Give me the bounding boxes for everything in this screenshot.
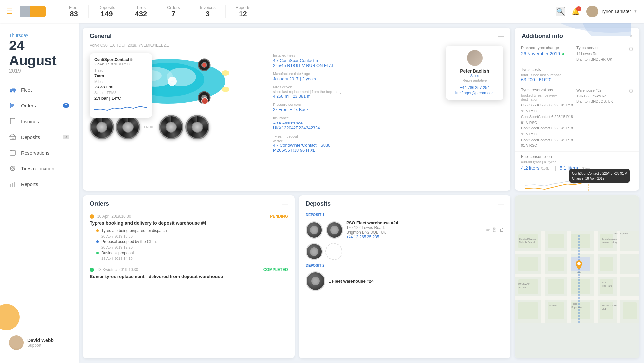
sidebar-reservations-label: Reservations — [21, 150, 50, 156]
company-logo — [20, 6, 46, 17]
user-info[interactable]: Tyrion Lanister ▼ — [586, 6, 637, 17]
orders-menu-btn[interactable]: — — [282, 201, 288, 207]
svg-text:Cardinal Newman: Cardinal Newman — [519, 238, 537, 240]
sidebar-tires-relocation-label: Tires relocation — [21, 166, 54, 171]
svg-text:Superstore: Superstore — [571, 306, 582, 309]
sidebar-invoices-label: Invoices — [21, 119, 39, 124]
deposits-header: Deposits — — [299, 195, 510, 211]
tires-bottom-row: FRONT — [83, 114, 266, 142]
sensor-value: 2.4 bar | 14°C — [94, 96, 147, 101]
deposit-1-placeholder-row — [299, 242, 510, 261]
person-popup: Peter Baelish Sales Representative +44 7… — [446, 46, 503, 100]
deposit1-label: DEPOSIT 1 — [299, 211, 510, 218]
svg-rect-10 — [10, 118, 15, 124]
service-gear-icon[interactable]: ⚙ — [628, 46, 634, 53]
deposit-tire-1c — [306, 243, 323, 260]
svg-point-48 — [202, 63, 206, 67]
sidebar-item-deposits[interactable]: Deposits 3 — [0, 129, 79, 145]
svg-rect-72 — [515, 274, 639, 277]
order-2-title: Sumer tyres replacement - delivered from… — [90, 274, 288, 279]
nav-item-orders[interactable]: Orders 7 — [157, 5, 190, 18]
svg-rect-79 — [548, 257, 564, 271]
reservations-gear-icon[interactable]: ⚙ — [628, 88, 634, 95]
order-1-header: 20 April 2019,16:30 PENDING — [90, 214, 288, 219]
svg-text:Sussex Cricket: Sussex Cricket — [602, 304, 617, 307]
tire-info-popup: ContiSportContact 5 225/45 R18 91 V RSC … — [90, 53, 152, 118]
insurance-row: Insurance AXA Assistance UKX132042E23434… — [273, 116, 504, 130]
notification-button[interactable]: 🔔 1 — [572, 8, 580, 15]
invoices-icon — [9, 118, 16, 125]
svg-rect-27 — [10, 184, 11, 187]
tire-front-right[interactable] — [116, 115, 140, 139]
nav-item-invoices[interactable]: Invoices 3 — [190, 5, 226, 18]
svg-text:Tesco: Tesco — [571, 303, 577, 305]
svg-rect-71 — [515, 251, 639, 254]
tire-rear-left[interactable] — [159, 115, 183, 139]
map-container[interactable]: Cardinal Newman Catholic School Booth Mu… — [515, 195, 639, 358]
deposit-tire-1a — [306, 221, 323, 239]
order-step-3: Business proposal — [96, 251, 288, 255]
menu-icon[interactable]: ☰ — [7, 7, 13, 16]
sidebar-item-tires-relocation[interactable]: Tires relocation — [0, 161, 79, 176]
svg-point-51 — [202, 98, 208, 104]
svg-text:Booth Museum: Booth Museum — [602, 238, 617, 240]
order-step-2: Proposal accepted by the Client — [96, 239, 288, 244]
sidebar-user-details: David Webb Support — [27, 338, 54, 348]
step-3-date: 19 April 2019,14:16 — [96, 257, 288, 260]
search-button[interactable]: 🔍 — [556, 7, 565, 16]
svg-text:Natural History: Natural History — [602, 241, 617, 244]
sidebar-user-avatar — [9, 335, 24, 350]
svg-text:+: + — [170, 78, 174, 84]
orders-title: Orders — [90, 201, 109, 207]
sidebar-item-reports[interactable]: Reports — [0, 176, 79, 192]
order-2-header: 18 Kwietnia 2019,10:30 COMPLETED — [90, 267, 288, 272]
tyres-res-list: ContiSportContact 6 225/45 R18 91 V RSC … — [521, 103, 573, 149]
sidebar-item-invoices[interactable]: Invoices — [0, 113, 79, 129]
svg-point-37 — [222, 87, 229, 92]
deposit-tire-1b — [326, 221, 343, 239]
svg-rect-84 — [571, 279, 590, 294]
order-1-status: PENDING — [270, 214, 288, 219]
svg-rect-86 — [518, 302, 538, 319]
person-name: Peter Baelish — [451, 68, 499, 74]
svg-rect-29 — [14, 182, 15, 187]
nav-item-fleet[interactable]: Fleet 83 — [59, 5, 89, 18]
tyres-costs-section: Tyres costs total | since last purchase … — [521, 67, 634, 82]
deposit-2-info: 1 Fleet warehouse #24 — [329, 279, 504, 284]
map-panel: Cardinal Newman Catholic School Booth Mu… — [515, 195, 639, 358]
tread-row: Tread — [94, 68, 147, 72]
print-icon[interactable]: 🖨 — [499, 227, 504, 233]
order-item-2: 18 Kwietnia 2019,10:30 COMPLETED Sumer t… — [83, 264, 295, 285]
notification-badge: 1 — [576, 6, 581, 11]
nav-item-deposits[interactable]: Deposits 149 — [89, 5, 125, 18]
sidebar-date: Thursday 24 August 2019 — [0, 29, 79, 82]
tyres-reservations-row: Tyres reservations booked tyres | delive… — [515, 85, 639, 152]
sidebar-deposits-label: Deposits — [21, 134, 40, 140]
svg-rect-76 — [571, 234, 590, 248]
miles-value: 23 381 mi — [94, 85, 147, 89]
user-avatar — [586, 6, 598, 17]
tread-value: 7mm — [94, 73, 147, 78]
svg-text:Club: Club — [602, 308, 607, 310]
sidebar-item-reservations[interactable]: Reservations — [0, 145, 79, 161]
tyres-res-dest: Warehouse #02120-122 Lewes Rd,Brighton B… — [573, 88, 628, 149]
deposits-menu-btn[interactable]: — — [498, 201, 504, 207]
nav-item-reports[interactable]: Reports 12 — [226, 5, 261, 18]
tire-front-left[interactable] — [90, 115, 114, 139]
svg-text:Wickes: Wickes — [549, 304, 557, 307]
step-2-date: 20 April 2019,12:20 — [96, 245, 288, 249]
panels-grid: General — Volvo C30, 1.6 TDCI, 2018, YV1… — [79, 23, 644, 363]
general-menu-button[interactable]: — — [498, 33, 504, 40]
copy-icon[interactable]: ⎘ — [493, 227, 496, 233]
tire-rear-right[interactable] — [185, 115, 209, 139]
sidebar-item-fleet[interactable]: Fleet — [0, 82, 79, 98]
order-1-date: 20 April 2019,16:30 — [97, 214, 131, 219]
svg-rect-16 — [12, 138, 14, 140]
sidebar-item-orders[interactable]: Orders 7 — [0, 98, 79, 113]
tyres-service-right: Tyres service 14 Lewes Rd,Brighton BN2 3… — [573, 46, 628, 62]
orders-subpanel: Orders — 20 April 2019,16:30 PENDING Typ… — [83, 195, 295, 358]
edit-icon[interactable]: ✏ — [486, 227, 490, 233]
nav-item-tires[interactable]: Tires 432 — [125, 5, 157, 18]
page: ☰ Fleet 83 Deposits 149 Tires 432 Orders… — [0, 0, 644, 363]
tyres-costs-value: £3 200 | £1620 — [521, 77, 634, 82]
